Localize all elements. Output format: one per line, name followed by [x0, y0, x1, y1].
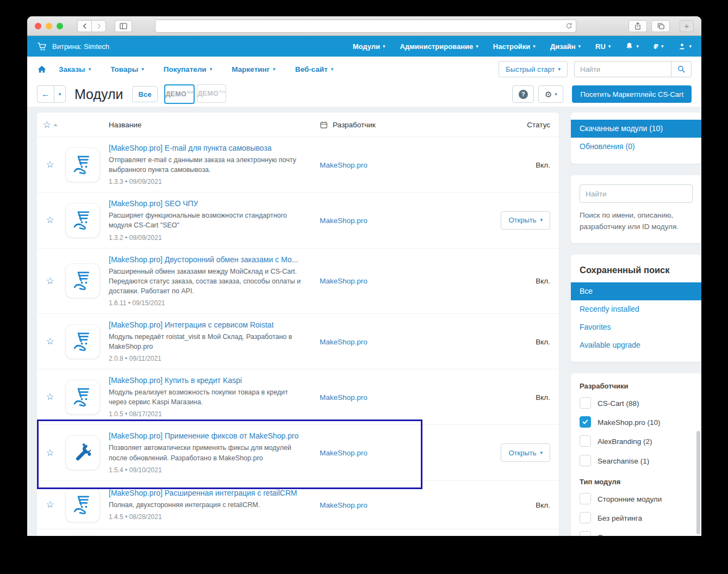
filter-checkbox-row[interactable]: Без рейтинга — [580, 512, 693, 524]
filter-checkbox-row[interactable]: Содержит дополнительные языки — [580, 531, 693, 536]
user-account-menu[interactable]: ▾ — [678, 42, 692, 51]
storefront-label[interactable]: Витрина: Simtech — [52, 42, 109, 51]
filter-checkbox-row[interactable]: Searchanise (1) — [580, 455, 693, 467]
address-bar[interactable] — [155, 20, 576, 33]
filter-checkbox-row[interactable]: AlexBranding (2) — [580, 435, 693, 447]
all-filter-button[interactable]: Все — [132, 86, 158, 102]
module-search-card: Поиск по имени, описанию, разработчику и… — [571, 175, 701, 243]
topbar-menu-item[interactable]: Дизайн▾ — [550, 42, 581, 51]
checkbox-unchecked[interactable] — [580, 435, 591, 447]
developer-link[interactable]: MakeShop.pro — [320, 449, 368, 457]
column-status-header[interactable]: Статус — [474, 121, 559, 129]
topbar-menu-item[interactable]: Администрирование▾ — [400, 42, 478, 51]
column-name-header[interactable]: Название — [109, 121, 320, 129]
visit-marketplace-button[interactable]: Посетить Маркетплейс CS-Cart — [572, 85, 692, 103]
topbar-menu-item[interactable]: Настройки▾ — [493, 42, 536, 51]
developer-link[interactable]: MakeShop.pro — [320, 217, 368, 225]
browser-back-button[interactable] — [77, 20, 92, 32]
new-tab-button[interactable]: + — [680, 20, 694, 32]
favorite-star-icon[interactable]: ☆ — [46, 392, 54, 402]
module-title-link[interactable]: [MakeShop.pro] Двусторонний обмен заказа… — [109, 255, 320, 264]
fullscreen-window-button[interactable] — [57, 23, 63, 29]
topbar-menu-item[interactable]: Модули▾ — [353, 42, 385, 51]
favorite-sort-star-icon[interactable]: ☆ — [42, 119, 51, 131]
module-title-link[interactable]: [MakeShop.pro] E-mail для пункта самовыв… — [109, 144, 320, 152]
nav-menu-item[interactable]: Покупатели▾ — [164, 65, 212, 73]
nav-menu-item[interactable]: Заказы▾ — [59, 65, 91, 73]
favorite-star-icon[interactable]: ☆ — [46, 336, 54, 347]
back-button[interactable]: ← — [37, 85, 54, 103]
developer-link[interactable]: MakeShop.pro — [320, 277, 368, 285]
quick-start-button[interactable]: Быстрый старт ▾ — [499, 61, 568, 77]
favorite-star-icon[interactable]: ☆ — [46, 499, 54, 510]
status-text: Вкл. — [536, 393, 550, 402]
module-title-link[interactable]: [MakeShop.pro] SEO ЧПУ — [109, 199, 320, 208]
currency-menu[interactable]: ₽ ▾ — [654, 42, 664, 51]
search-hint-text: Поиск по имени, описанию, разработчику и… — [580, 210, 693, 233]
filter-checkbox-row[interactable]: MakeShop.pro (10) — [580, 416, 693, 428]
topbar-menu-item[interactable]: RU▾ — [595, 42, 611, 51]
notifications-menu[interactable]: ▾ — [625, 42, 639, 51]
filter-checkbox-row[interactable]: CS-Cart (88) — [580, 397, 693, 409]
browser-forward-button[interactable] — [91, 20, 106, 32]
demo-storefront-tab[interactable]: ДЕМОМА — [164, 84, 195, 104]
global-search-input[interactable] — [574, 61, 671, 77]
page-content: ☆ Название Разработчик Статус ☆[MakeShop… — [27, 107, 701, 536]
checkbox-unchecked[interactable] — [580, 531, 591, 536]
nav-menu-item[interactable]: Товары▾ — [110, 65, 144, 73]
saved-search-item[interactable]: Все — [571, 282, 701, 300]
downloads-item[interactable]: Скачанные модули (10) — [571, 120, 701, 138]
saved-search-item[interactable]: Available upgrade — [571, 336, 701, 354]
reload-icon[interactable] — [565, 22, 573, 29]
calendar-icon[interactable] — [320, 121, 328, 129]
favorite-star-icon[interactable]: ☆ — [46, 276, 54, 286]
column-developer-header[interactable]: Разработчик — [333, 121, 376, 129]
nav-menu-item[interactable]: Веб-сайт▾ — [295, 65, 334, 73]
demo-storefront-tab[interactable]: ДЕМОМА — [197, 84, 226, 103]
checkbox-unchecked[interactable] — [580, 493, 591, 504]
settings-gear-button[interactable]: ⚙ ▾ — [538, 85, 563, 103]
module-title-link[interactable]: [MakeShop.pro] Интеграция с сервисом Roi… — [109, 320, 320, 329]
table-row: ☆[MakeShop.pro] Применение фиксов от Mak… — [37, 424, 559, 480]
browser-sidebar-toggle-button[interactable] — [115, 20, 132, 32]
checkbox-unchecked[interactable] — [580, 455, 591, 466]
open-button[interactable]: Открыть▾ — [501, 211, 550, 230]
nav-menu-item[interactable]: Маркетинг▾ — [232, 65, 275, 73]
module-title-link[interactable]: [MakeShop.pro] Расширенная интеграция с … — [109, 489, 320, 497]
home-icon[interactable] — [37, 65, 47, 73]
developer-link[interactable]: MakeShop.pro — [320, 393, 368, 402]
global-search-button[interactable] — [671, 61, 692, 77]
page-scrollbar-thumb[interactable] — [696, 431, 700, 534]
developer-link[interactable]: MakeShop.pro — [320, 161, 368, 169]
open-button[interactable]: Открыть▾ — [501, 443, 550, 462]
favorite-star-icon[interactable]: ☆ — [46, 159, 54, 170]
caret-down-icon: ▾ — [689, 44, 692, 49]
module-title-link[interactable]: [MakeShop.pro] Купить в кредит Kaspi — [109, 376, 320, 385]
downloads-item[interactable]: Обновления (0) — [571, 138, 701, 156]
filter-checkbox-row[interactable]: Сторонние модули — [580, 493, 693, 505]
favorite-star-icon[interactable]: ☆ — [46, 215, 54, 225]
saved-search-item[interactable]: Favorites — [571, 318, 701, 336]
module-version: 1.3.3 • 09/09/2021 — [109, 178, 320, 186]
saved-search-item[interactable]: Recently installed — [571, 300, 701, 318]
filter-group-title: Разработчики — [580, 382, 693, 390]
favorite-star-icon[interactable]: ☆ — [46, 448, 54, 458]
checkbox-unchecked[interactable] — [580, 512, 591, 523]
back-history-dropdown[interactable]: ▾ — [54, 85, 66, 103]
tabs-overview-button[interactable] — [651, 20, 670, 32]
help-button[interactable]: ? — [512, 85, 534, 103]
checkbox-checked-icon[interactable] — [580, 416, 591, 428]
menu-label: RU — [595, 42, 606, 51]
developer-link[interactable]: MakeShop.pro — [320, 338, 368, 346]
demo-label: ДЕМО — [197, 90, 219, 97]
developers-filter-group: РазработчикиCS-Cart (88)MakeShop.pro (10… — [580, 382, 693, 467]
minimize-window-button[interactable] — [46, 23, 52, 29]
developer-link[interactable]: MakeShop.pro — [320, 501, 368, 509]
table-row: ☆[MakeShop.pro] Двусторонний обмен заказ… — [37, 248, 559, 313]
close-window-button[interactable] — [35, 23, 41, 29]
share-button[interactable] — [629, 20, 647, 32]
module-type-filter-group: Тип модуляСторонние модулиБез рейтингаСо… — [580, 478, 693, 536]
module-search-input[interactable] — [580, 184, 693, 203]
checkbox-unchecked[interactable] — [580, 397, 591, 409]
module-title-link[interactable]: [MakeShop.pro] Применение фиксов от Make… — [109, 431, 320, 440]
